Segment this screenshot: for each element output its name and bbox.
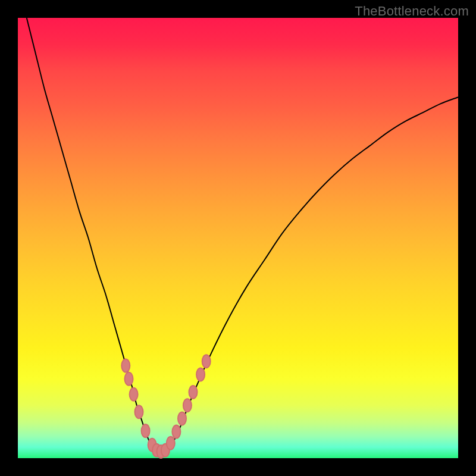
marker-point bbox=[202, 355, 211, 368]
marker-point bbox=[183, 399, 192, 412]
marker-point bbox=[178, 412, 186, 425]
marker-point bbox=[135, 405, 143, 418]
marker-point bbox=[121, 359, 130, 372]
marker-point bbox=[189, 386, 198, 399]
chart-overlay bbox=[18, 18, 458, 458]
marker-point bbox=[167, 437, 175, 450]
marker-point bbox=[196, 368, 205, 381]
curve-markers bbox=[121, 355, 210, 458]
brand-watermark: TheBottleneck.com bbox=[355, 4, 469, 19]
marker-point bbox=[142, 424, 150, 437]
marker-point bbox=[130, 388, 138, 401]
marker-point bbox=[172, 425, 180, 439]
chart-frame: TheBottleneck.com bbox=[0, 0, 476, 476]
bottleneck-curve bbox=[27, 18, 458, 455]
marker-point bbox=[125, 372, 133, 386]
